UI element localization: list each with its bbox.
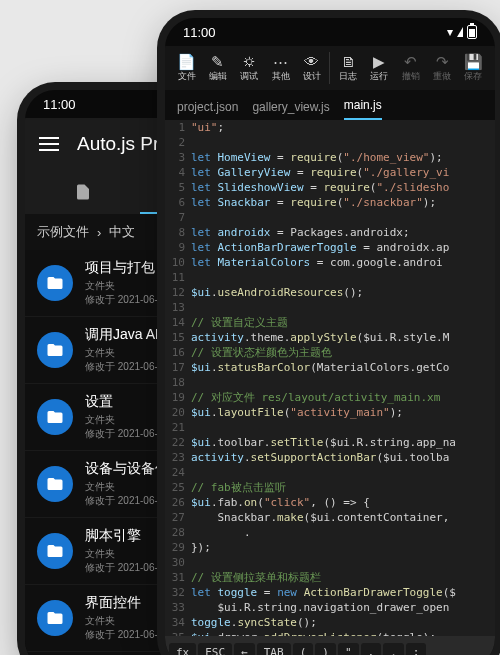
code-line: 34toggle.syncState(); [165, 615, 495, 630]
code-line: 23activity.setSupportActionBar($ui.toolb… [165, 450, 495, 465]
toolbar-运行[interactable]: ▶运行 [364, 46, 395, 90]
code-line: 30 [165, 555, 495, 570]
soft-key[interactable]: ; [406, 643, 427, 656]
code-content[interactable]: // 设置自定义主题 [191, 315, 495, 330]
code-content[interactable]: $ui.layoutFile("activity_main"); [191, 405, 495, 420]
code-content[interactable] [191, 135, 495, 150]
code-content[interactable]: let Snackbar = require("./snackbar"); [191, 195, 495, 210]
breadcrumb-root: 示例文件 [37, 223, 89, 241]
tab-files[interactable] [25, 170, 140, 214]
line-number: 14 [165, 315, 191, 330]
code-content[interactable] [191, 375, 495, 390]
code-content[interactable] [191, 420, 495, 435]
signal-icon [457, 27, 463, 37]
line-number: 32 [165, 585, 191, 600]
code-content[interactable]: let SlideshowView = require("./slidesho [191, 180, 495, 195]
line-number: 18 [165, 375, 191, 390]
toolbar-label: 其他 [272, 70, 290, 83]
code-line: 33 $ui.R.string.navigation_drawer_open [165, 600, 495, 615]
toolbar-label: 编辑 [209, 70, 227, 83]
code-line: 28 . [165, 525, 495, 540]
toolbar-设计[interactable]: 👁设计 [296, 46, 327, 90]
line-number: 3 [165, 150, 191, 165]
code-line: 7 [165, 210, 495, 225]
toolbar-其他[interactable]: ⋯其他 [265, 46, 296, 90]
line-number: 23 [165, 450, 191, 465]
toolbar-icon: ↷ [436, 54, 449, 69]
line-number: 28 [165, 525, 191, 540]
editor-tab[interactable]: gallery_view.js [252, 100, 329, 120]
code-content[interactable]: let ActionBarDrawerToggle = androidx.ap [191, 240, 495, 255]
code-content[interactable]: let androidx = Packages.androidx; [191, 225, 495, 240]
code-line: 10let MaterialColors = com.google.androi [165, 255, 495, 270]
code-content[interactable]: Snackbar.make($ui.contentContainer, [191, 510, 495, 525]
toolbar-日志[interactable]: 🗎日志 [332, 46, 363, 90]
code-line: 9let ActionBarDrawerToggle = androidx.ap [165, 240, 495, 255]
code-content[interactable]: toggle.syncState(); [191, 615, 495, 630]
code-line: 16// 设置状态栏颜色为主题色 [165, 345, 495, 360]
editor-toolbar: 📄文件✎编辑⛭调试⋯其他👁设计🗎日志▶运行↶撤销↷重做💾保存 [165, 46, 495, 90]
code-line: 8let androidx = Packages.androidx; [165, 225, 495, 240]
soft-key[interactable]: ESC [198, 643, 232, 656]
soft-key[interactable]: . [383, 643, 404, 656]
code-content[interactable]: // 设置状态栏颜色为主题色 [191, 345, 495, 360]
code-line: 18 [165, 375, 495, 390]
code-content[interactable]: $ui.useAndroidResources(); [191, 285, 495, 300]
soft-key[interactable]: " [338, 643, 359, 656]
code-content[interactable]: activity.theme.applyStyle($ui.R.style.M [191, 330, 495, 345]
code-content[interactable]: "ui"; [191, 120, 495, 135]
editor-tab[interactable]: main.js [344, 98, 382, 120]
code-content[interactable]: $ui.R.string.navigation_drawer_open [191, 600, 495, 615]
line-number: 11 [165, 270, 191, 285]
soft-key[interactable]: ← [234, 643, 255, 656]
toolbar-保存[interactable]: 💾保存 [458, 46, 489, 90]
code-content[interactable]: let toggle = new ActionBarDrawerToggle($ [191, 585, 495, 600]
toolbar-重做[interactable]: ↷重做 [426, 46, 457, 90]
soft-key-row[interactable]: fxESC←TAB()",.; [165, 636, 495, 655]
toolbar-编辑[interactable]: ✎编辑 [202, 46, 233, 90]
code-content[interactable]: // 设置侧拉菜单和标题栏 [191, 570, 495, 585]
soft-key[interactable]: ( [293, 643, 314, 656]
code-line: 22$ui.toolbar.setTitle($ui.R.string.app_… [165, 435, 495, 450]
code-content[interactable]: $ui.statusBarColor(MaterialColors.getCo [191, 360, 495, 375]
code-content[interactable] [191, 210, 495, 225]
wifi-icon: ▾ [447, 25, 453, 39]
code-content[interactable]: // fab被点击监听 [191, 480, 495, 495]
line-number: 10 [165, 255, 191, 270]
code-content[interactable] [191, 270, 495, 285]
toolbar-label: 保存 [464, 70, 482, 83]
line-number: 29 [165, 540, 191, 555]
line-number: 1 [165, 120, 191, 135]
toolbar-撤销[interactable]: ↶撤销 [395, 46, 426, 90]
soft-key[interactable]: , [361, 643, 382, 656]
code-content[interactable]: . [191, 525, 495, 540]
code-content[interactable] [191, 465, 495, 480]
code-content[interactable]: let HomeView = require("./home_view"); [191, 150, 495, 165]
menu-icon[interactable] [39, 137, 59, 151]
folder-icon [37, 399, 73, 435]
soft-key[interactable]: fx [169, 643, 196, 656]
soft-key[interactable]: TAB [257, 643, 291, 656]
code-content[interactable]: activity.setSupportActionBar($ui.toolba [191, 450, 495, 465]
code-content[interactable]: let GalleryView = require("./gallery_vi [191, 165, 495, 180]
code-content[interactable]: // 对应文件 res/layout/activity_main.xm [191, 390, 495, 405]
editor-tab[interactable]: project.json [177, 100, 238, 120]
folder-icon [37, 265, 73, 301]
code-line: 4let GalleryView = require("./gallery_vi [165, 165, 495, 180]
code-content[interactable] [191, 555, 495, 570]
code-line: 24 [165, 465, 495, 480]
toolbar-文件[interactable]: 📄文件 [171, 46, 202, 90]
code-content[interactable] [191, 300, 495, 315]
line-number: 30 [165, 555, 191, 570]
code-content[interactable]: $ui.fab.on("click", () => { [191, 495, 495, 510]
code-content[interactable]: $ui.toolbar.setTitle($ui.R.string.app_na [191, 435, 495, 450]
code-line: 12$ui.useAndroidResources(); [165, 285, 495, 300]
toolbar-调试[interactable]: ⛭调试 [234, 46, 265, 90]
code-line: 2 [165, 135, 495, 150]
code-editor[interactable]: 1"ui";23let HomeView = require("./home_v… [165, 120, 495, 636]
line-number: 7 [165, 210, 191, 225]
code-line: 15activity.theme.applyStyle($ui.R.style.… [165, 330, 495, 345]
code-content[interactable]: let MaterialColors = com.google.androi [191, 255, 495, 270]
code-content[interactable]: }); [191, 540, 495, 555]
soft-key[interactable]: ) [315, 643, 336, 656]
